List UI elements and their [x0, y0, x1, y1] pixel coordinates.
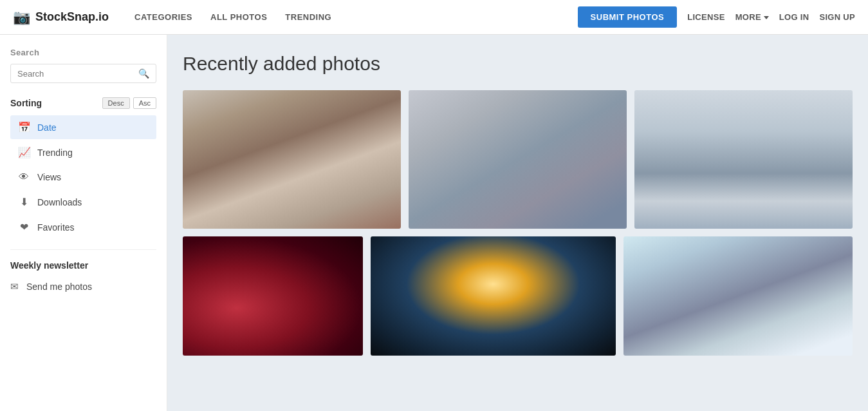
sort-item-trending-label: Trending: [37, 148, 73, 158]
nav-link-license[interactable]: LICENSE: [687, 12, 725, 22]
photo-card-hockey[interactable]: [634, 90, 853, 229]
nav-right: SUBMIT PHOTOS LICENSE MORE LOG IN SIGN U…: [578, 6, 855, 28]
sort-item-views-label: Views: [37, 172, 61, 182]
logo-text: StockSnap.io: [35, 10, 109, 24]
sort-item-trending[interactable]: 📈 Trending: [10, 140, 156, 164]
sort-item-downloads[interactable]: ⬇ Downloads: [10, 190, 156, 214]
search-label: Search: [10, 48, 156, 57]
eye-icon: 👁: [18, 171, 30, 183]
chevron-down-icon: [764, 16, 769, 19]
sorting-header: Sorting Desc Asc: [10, 97, 156, 109]
nav-link-trending[interactable]: TRENDING: [285, 12, 331, 22]
photo-card-city1[interactable]: [183, 90, 401, 229]
nav-link-more[interactable]: MORE: [735, 12, 769, 22]
search-input[interactable]: [17, 69, 138, 79]
search-icon[interactable]: 🔍: [138, 68, 149, 79]
calendar-icon: 📅: [18, 121, 30, 133]
camera-icon: 📷: [13, 9, 30, 26]
envelope-icon: ✉: [10, 281, 19, 292]
photo-city1-image: [183, 90, 401, 229]
photo-grid-row2: [183, 236, 853, 356]
download-icon: ⬇: [18, 196, 30, 208]
photo-hockey-image: [634, 90, 853, 229]
submit-photos-button[interactable]: SUBMIT PHOTOS: [578, 6, 678, 28]
photo-greenhouse-image: [623, 236, 853, 356]
sort-item-downloads-label: Downloads: [37, 197, 82, 207]
sort-item-date-label: Date: [37, 122, 57, 133]
sort-desc-button[interactable]: Desc: [102, 97, 130, 109]
row-spacer: [183, 229, 853, 236]
heart-icon: ❤: [18, 221, 30, 233]
sort-item-views[interactable]: 👁 Views: [10, 166, 156, 189]
logo[interactable]: 📷 StockSnap.io: [13, 9, 109, 26]
photo-card-greenhouse[interactable]: [623, 236, 853, 356]
nav-links: CATEGORIES ALL PHOTOS TRENDING: [134, 12, 559, 22]
photo-card-concert1[interactable]: [183, 236, 363, 356]
main-wrapper: Search 🔍 Sorting Desc Asc 📅 Date 📈 Trend…: [0, 35, 868, 411]
photo-concert2-image: [371, 236, 616, 356]
sort-item-date[interactable]: 📅 Date: [10, 115, 156, 139]
sort-item-favorites-label: Favorites: [37, 222, 75, 233]
photo-grid-row1: [183, 90, 853, 229]
search-box: 🔍: [10, 64, 156, 83]
sidebar: Search 🔍 Sorting Desc Asc 📅 Date 📈 Trend…: [0, 35, 167, 411]
sort-item-favorites[interactable]: ❤ Favorites: [10, 215, 156, 239]
content-area: Recently added photos: [167, 35, 868, 411]
navbar: 📷 StockSnap.io CATEGORIES ALL PHOTOS TRE…: [0, 0, 868, 35]
newsletter-link: Send me photos: [26, 282, 92, 292]
sort-asc-button[interactable]: Asc: [133, 97, 156, 109]
photo-card-city2[interactable]: [409, 90, 627, 229]
sidebar-divider: [10, 249, 156, 250]
sorting-label: Sorting: [10, 98, 99, 108]
page-title: Recently added photos: [183, 53, 853, 75]
photo-concert1-image: [183, 236, 363, 356]
photo-city2-image: [409, 90, 627, 229]
nav-link-all-photos[interactable]: ALL PHOTOS: [210, 12, 267, 22]
nav-link-login[interactable]: LOG IN: [779, 12, 809, 22]
nav-link-signup[interactable]: SIGN UP: [819, 12, 855, 22]
newsletter-title: Weekly newsletter: [10, 260, 156, 271]
trending-icon: 📈: [18, 146, 30, 158]
nav-link-categories[interactable]: CATEGORIES: [134, 12, 192, 22]
photo-card-concert2[interactable]: [371, 236, 616, 356]
newsletter-item[interactable]: ✉ Send me photos: [10, 278, 156, 295]
